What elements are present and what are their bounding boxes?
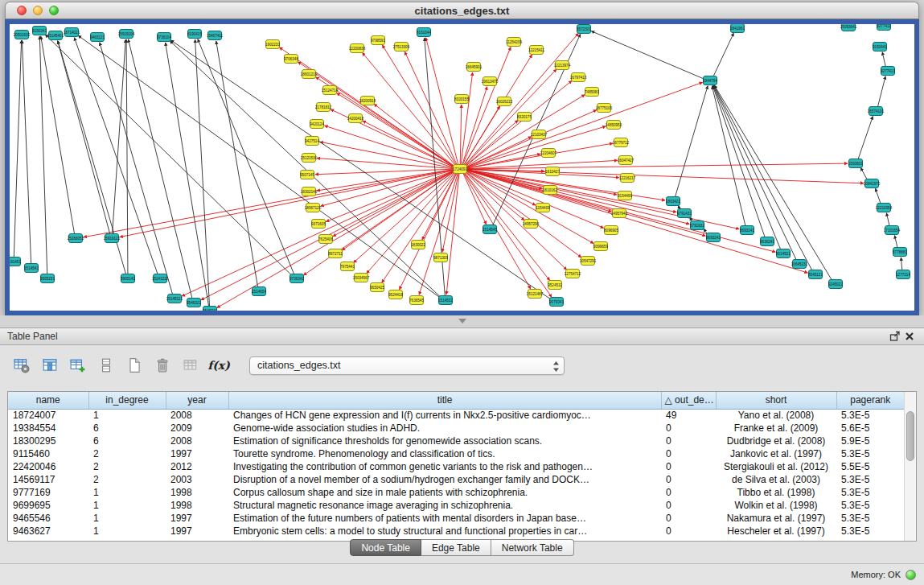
graph-node[interactable]: 12200838 [349, 44, 366, 53]
graph-node[interactable]: 1863421 [666, 197, 680, 206]
table-cell[interactable]: 1 [88, 409, 166, 422]
table-cell[interactable]: 0 [661, 525, 716, 538]
table-cell[interactable]: Corpus callosum shape and size in male p… [228, 486, 661, 499]
splitter-grip-icon[interactable] [458, 319, 466, 323]
table-cell[interactable]: Changes of HCN gene expression and I(f) … [228, 409, 661, 422]
graph-node[interactable]: 18302146 [301, 187, 318, 196]
table-cell[interactable]: 1 [88, 486, 166, 499]
table-cell[interactable]: 1997 [166, 525, 228, 538]
table-cell[interactable]: 9777169 [8, 486, 88, 499]
column-header-4[interactable]: △ out_de… [661, 392, 716, 409]
graph-node[interactable]: 21781812 [315, 103, 332, 112]
table-cell[interactable]: 2009 [166, 422, 228, 435]
graph-node[interactable]: 20501630 [14, 31, 31, 39]
graph-node[interactable]: 9463121 [90, 33, 105, 42]
tab-node-table[interactable]: Node Table [350, 539, 421, 556]
column-header-0[interactable]: name [8, 392, 88, 409]
table-row[interactable]: 946362711997Embryonic stem cells: a mode… [8, 525, 904, 538]
graph-node[interactable]: 9871309 [433, 253, 448, 262]
table-cell[interactable]: 5.3E-5 [836, 409, 904, 422]
network-canvas[interactable]: 1724091190223397063481860121912200838979… [5, 19, 919, 315]
graph-node[interactable]: 15145401 [47, 31, 64, 40]
table-row[interactable]: 1456911722003Disruption of a novel membe… [8, 473, 904, 486]
table-cell[interactable]: 5.3E-5 [836, 473, 904, 486]
graph-node[interactable]: 1593831 [848, 159, 863, 168]
graph-node[interactable]: 16574101 [868, 107, 885, 116]
graph-node[interactable]: 14957942 [611, 209, 628, 218]
table-cell[interactable]: 2003 [166, 473, 228, 486]
citation-graph[interactable]: 1724091190223397063481860121912200838979… [10, 24, 914, 311]
table-cell[interactable]: 5.3E-5 [836, 512, 904, 525]
graph-node[interactable]: 8191451 [10, 257, 21, 266]
table-cell[interactable]: 2 [88, 447, 166, 460]
graph-node[interactable]: 9245022 [828, 280, 843, 289]
table-scrollbar[interactable] [904, 392, 916, 541]
graph-node[interactable]: 1944794 [703, 76, 717, 85]
table-cell[interactable]: 1998 [166, 499, 228, 512]
graph-node[interactable]: 10645231 [791, 260, 808, 269]
graph-node[interactable]: 15093641 [840, 24, 857, 31]
table-cell[interactable]: 0 [661, 460, 716, 473]
delete-table-button[interactable] [152, 355, 173, 376]
graph-node[interactable]: 19613470 [482, 77, 499, 86]
graph-node[interactable]: 15145121 [166, 295, 183, 303]
graph-node[interactable]: 9798591 [371, 36, 385, 45]
graph-node[interactable]: 9736104 [157, 33, 171, 42]
table-row[interactable]: 946554611997Estimation of the future num… [8, 512, 904, 525]
graph-node[interactable]: 6778881 [893, 248, 907, 257]
table-cell[interactable]: Estimation of significance thresholds fo… [228, 435, 661, 447]
graph-node[interactable]: 1610427 [545, 167, 560, 176]
graph-node[interactable]: 14957294 [523, 220, 540, 229]
table-cell[interactable]: 49 [661, 409, 716, 422]
rows-button[interactable] [96, 355, 117, 376]
table-cell[interactable]: 0 [661, 486, 716, 499]
table-cell[interactable]: Yano et al. (2008) [716, 409, 836, 422]
table-cell[interactable]: 2008 [166, 409, 228, 422]
graph-node[interactable]: 16645901 [466, 63, 483, 72]
table-cell[interactable]: 18724007 [8, 409, 88, 422]
graph-node[interactable]: 12754712 [565, 270, 581, 278]
graph-node[interactable]: 9505151 [40, 274, 55, 283]
graph-node[interactable]: 9150441 [873, 43, 887, 51]
graph-node[interactable]: 1546741 [203, 307, 217, 311]
table-cell[interactable]: Jankovic et al. (1997) [716, 447, 836, 460]
table-cell[interactable]: 1997 [166, 447, 228, 460]
graph-node[interactable]: 1514532 [438, 296, 453, 305]
table-cell[interactable]: 2 [88, 460, 166, 473]
table-cell[interactable]: 22420046 [8, 460, 88, 473]
graph-node[interactable]: 8693241 [706, 233, 721, 242]
column-header-2[interactable]: year [166, 392, 228, 409]
table-cell[interactable]: Investigating the contribution of common… [228, 460, 661, 473]
graph-node[interactable]: 10841970 [864, 179, 881, 188]
table-cell[interactable]: 5.9E-5 [836, 435, 904, 447]
column-header-3[interactable]: title [228, 392, 661, 409]
graph-node[interactable]: 9706348 [284, 55, 298, 64]
graph-node[interactable]: 7975441 [340, 262, 355, 271]
table-cell[interactable]: 14569117 [8, 473, 88, 486]
table-cell[interactable]: 5.3E-5 [836, 499, 904, 512]
table-cell[interactable]: 1 [88, 499, 166, 512]
graph-node[interactable]: 6791932 [690, 221, 704, 230]
tab-edge-table[interactable]: Edge Table [421, 539, 491, 556]
graph-node[interactable]: 18967120 [305, 204, 322, 212]
graph-node[interactable]: 12103437 [531, 130, 548, 139]
table-cell[interactable]: 9463627 [8, 525, 88, 538]
column-header-1[interactable]: in_degree [88, 392, 166, 409]
graph-node[interactable]: 15121487 [527, 290, 544, 299]
scrollbar-thumb[interactable] [906, 411, 914, 461]
float-panel-icon[interactable] [888, 330, 902, 343]
graph-node[interactable]: 1724091 [453, 165, 467, 174]
graph-node[interactable]: 8693141 [740, 226, 754, 235]
graph-node[interactable]: 15467411 [207, 31, 224, 40]
table-row[interactable]: 1830029562008Estimation of significance … [8, 435, 904, 447]
column-header-6[interactable]: pagerank [836, 392, 904, 409]
graph-node[interactable]: 1902233 [265, 40, 280, 49]
graph-node[interactable]: 15121530 [301, 154, 318, 163]
graph-node[interactable]: 8096905 [604, 226, 618, 235]
graph-node[interactable]: 8190415 [187, 30, 202, 39]
graph-node[interactable]: 9636241 [760, 237, 774, 246]
graph-node[interactable]: 15034567 [353, 274, 370, 282]
table-cell[interactable]: 0 [661, 473, 716, 486]
close-panel-icon[interactable] [902, 330, 917, 343]
graph-node[interactable]: 9277411 [877, 24, 891, 31]
